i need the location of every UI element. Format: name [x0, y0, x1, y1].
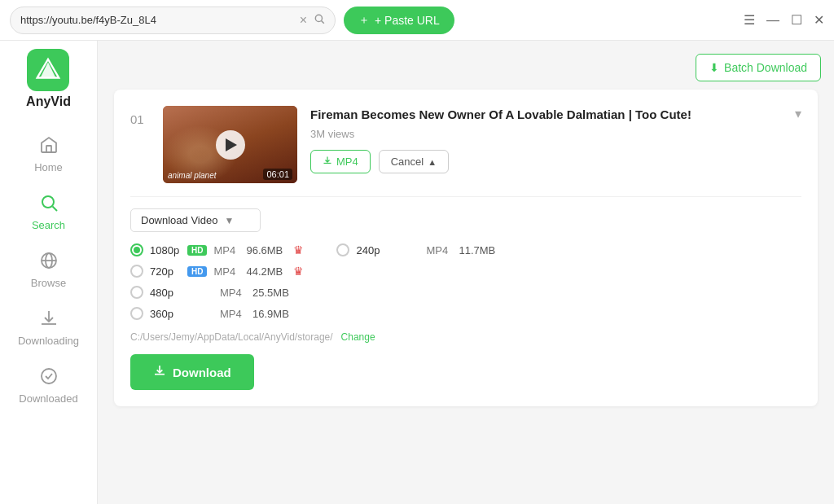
window-controls: ☰ — ☐ ✕ — [744, 14, 824, 27]
home-label: Home — [34, 161, 63, 173]
play-button[interactable] — [216, 130, 245, 160]
quality-options: 1080p HD MP4 96.6MB ♛ 720p HD MP4 — [130, 243, 801, 320]
titlebar: × ＋ + Paste URL ☰ — ☐ ✕ — [0, 0, 834, 41]
paste-url-button[interactable]: ＋ + Paste URL — [344, 7, 454, 34]
downloading-label: Downloading — [18, 335, 79, 347]
svg-rect-2 — [46, 146, 51, 152]
sidebar-item-downloading[interactable]: Downloading — [0, 299, 97, 357]
change-path-link[interactable]: Change — [341, 331, 375, 343]
svg-point-3 — [42, 196, 54, 208]
app-name: AnyVid — [26, 94, 71, 109]
downloaded-icon — [39, 366, 59, 389]
downloaded-label: Downloaded — [19, 392, 77, 405]
app-body: AnyVid Home Search — [0, 41, 834, 504]
radio-1080p[interactable] — [130, 243, 143, 256]
quality-row-720p: 720p HD MP4 44.2MB ♛ — [130, 265, 304, 278]
svg-point-0 — [315, 15, 322, 21]
video-info: Fireman Becomes New Owner Of A Lovable D… — [310, 106, 782, 173]
radio-240p[interactable] — [336, 243, 349, 256]
paste-icon: ＋ — [358, 13, 370, 28]
maximize-button[interactable]: ☐ — [791, 14, 802, 27]
download-button[interactable]: Download — [130, 354, 254, 390]
expand-card-icon[interactable]: ▾ — [795, 106, 801, 121]
home-icon — [39, 135, 59, 158]
storage-path: C:/Users/Jemy/AppData/Local/AnyVid/stora… — [130, 331, 333, 343]
quality-row-480p: 480p MP4 25.5MB — [130, 286, 304, 299]
sidebar: AnyVid Home Search — [0, 41, 98, 504]
crown-icon-1080p: ♛ — [293, 243, 304, 256]
browse-label: Browse — [31, 277, 66, 289]
svg-point-8 — [42, 369, 56, 383]
svg-line-1 — [322, 21, 324, 24]
sidebar-item-home[interactable]: Home — [0, 125, 97, 183]
downloading-icon — [39, 309, 59, 331]
logo-area: AnyVid — [26, 49, 71, 109]
watermark: animal planet — [168, 171, 216, 180]
logo-icon — [27, 49, 69, 91]
video-actions: MP4 Cancel ▲ — [310, 150, 782, 173]
quality-row-240p: 240p MP4 11.7MB — [336, 243, 499, 256]
svg-line-4 — [52, 207, 57, 212]
radio-360p[interactable] — [130, 307, 143, 320]
cancel-button[interactable]: Cancel ▲ — [379, 150, 449, 173]
download-icon — [323, 156, 332, 168]
quality-row-360p: 360p MP4 16.9MB — [130, 307, 304, 320]
video-number: 01 — [130, 112, 150, 126]
sidebar-item-browse[interactable]: Browse — [0, 241, 97, 299]
url-bar: × — [10, 7, 336, 34]
path-row: C:/Users/Jemy/AppData/Local/AnyVid/stora… — [130, 331, 801, 343]
download-btn-icon — [153, 364, 166, 380]
clear-icon[interactable]: × — [300, 14, 307, 27]
quality-row-1080p: 1080p HD MP4 96.6MB ♛ — [130, 243, 304, 256]
search-nav-icon — [39, 193, 59, 216]
chevron-up-icon: ▲ — [428, 157, 437, 167]
radio-720p[interactable] — [130, 265, 143, 278]
search-icon — [314, 13, 325, 27]
url-input[interactable] — [20, 14, 293, 26]
video-card: 01 animal planet 06:01 Fireman Becomes N… — [114, 90, 818, 406]
batch-download-button[interactable]: ⬇ Batch Download — [696, 54, 821, 81]
crown-icon-720p: ♛ — [293, 265, 304, 278]
batch-icon: ⬇ — [709, 61, 719, 74]
search-label: Search — [32, 219, 65, 231]
sidebar-item-downloaded[interactable]: Downloaded — [0, 357, 97, 414]
minimize-button[interactable]: — — [766, 14, 779, 27]
video-title: Fireman Becomes New Owner Of A Lovable D… — [310, 106, 782, 123]
duration: 06:01 — [263, 169, 292, 180]
video-thumbnail[interactable]: animal planet 06:01 — [163, 106, 297, 183]
download-options: Download Video ▼ 1080p HD MP4 96.6MB — [130, 196, 801, 390]
video-views: 3M views — [310, 128, 782, 140]
radio-480p[interactable] — [130, 286, 143, 299]
mp4-button[interactable]: MP4 — [310, 150, 371, 173]
browse-icon — [39, 251, 59, 274]
download-type-dropdown[interactable]: Download Video ▼ — [130, 208, 261, 232]
sidebar-item-search[interactable]: Search — [0, 183, 97, 241]
dropdown-arrow-icon: ▼ — [224, 215, 234, 226]
video-header: 01 animal planet 06:01 Fireman Becomes N… — [130, 106, 801, 183]
main-content: ⬇ Batch Download 01 animal planet 06:01 — [98, 41, 834, 504]
close-button[interactable]: ✕ — [814, 14, 824, 27]
menu-button[interactable]: ☰ — [744, 14, 755, 27]
